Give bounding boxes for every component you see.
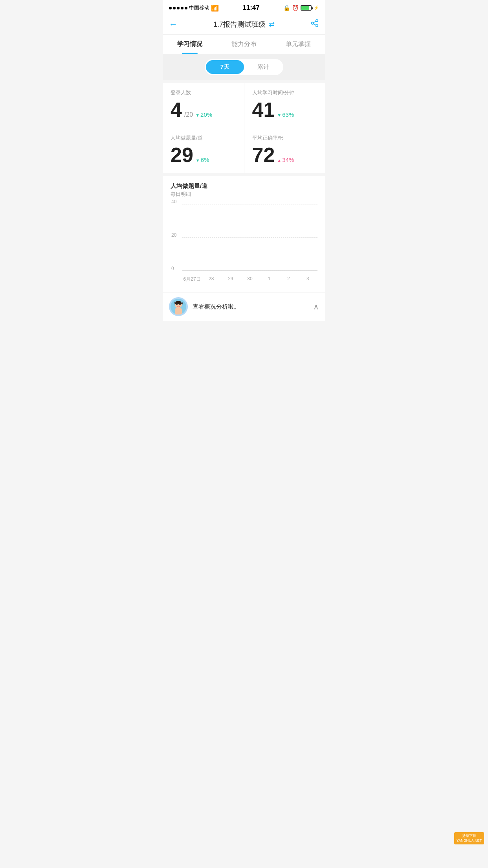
x-label: 6月27日 bbox=[182, 276, 202, 283]
share-button[interactable] bbox=[310, 19, 319, 29]
svg-point-10 bbox=[179, 303, 181, 305]
back-button[interactable]: ← bbox=[169, 19, 178, 29]
avatar bbox=[169, 297, 188, 316]
bars-area bbox=[182, 204, 317, 271]
status-bar: 中国移动 📶 11:47 🔒 ⏰ ⚡ bbox=[163, 0, 325, 14]
x-label: 30 bbox=[240, 276, 259, 283]
chat-message: 查看概况分析啦。 bbox=[193, 303, 308, 311]
bar-chart: 40 20 0 6月27日282930123 bbox=[171, 204, 317, 283]
stats-login-count: 登录人数 4 /20 20% bbox=[163, 83, 244, 128]
svg-line-4 bbox=[314, 21, 316, 23]
x-label: 2 bbox=[279, 276, 298, 283]
time-change: 63% bbox=[277, 111, 294, 118]
chart-section: 人均做题量/道 每日明细 40 20 0 6月27日282930123 bbox=[163, 176, 325, 292]
status-right: 🔒 ⏰ ⚡ bbox=[283, 5, 319, 11]
tab-ability[interactable]: 能力分布 bbox=[217, 35, 271, 54]
shuffle-icon[interactable]: ⇄ bbox=[269, 20, 275, 29]
stats-avg-questions: 人均做题量/道 29 6% bbox=[163, 128, 244, 173]
x-label: 3 bbox=[298, 276, 317, 283]
up-arrow-icon bbox=[277, 156, 281, 163]
alarm-icon: ⏰ bbox=[292, 5, 299, 11]
svg-rect-7 bbox=[175, 308, 182, 314]
down-arrow-icon bbox=[277, 111, 281, 118]
y-label-20: 20 bbox=[171, 232, 176, 238]
x-label: 28 bbox=[202, 276, 221, 283]
x-label: 29 bbox=[221, 276, 240, 283]
toggle-7days[interactable]: 7天 bbox=[206, 60, 244, 74]
y-label-0: 0 bbox=[171, 266, 174, 271]
header-title: 1.7报告测试班级 ⇄ bbox=[213, 20, 275, 29]
stats-row-1: 登录人数 4 /20 20% 人均学习时间/分钟 41 63% bbox=[163, 83, 325, 128]
status-left: 中国移动 📶 bbox=[169, 4, 219, 12]
time-toggle: 7天 累计 bbox=[205, 59, 283, 75]
down-arrow-icon bbox=[195, 111, 200, 118]
carrier-label: 中国移动 bbox=[189, 4, 209, 11]
tab-bar: 学习情况 能力分布 单元掌握 bbox=[163, 35, 325, 54]
x-label: 1 bbox=[260, 276, 279, 283]
lock-icon: 🔒 bbox=[283, 5, 290, 11]
tab-learning[interactable]: 学习情况 bbox=[163, 35, 217, 54]
questions-change: 6% bbox=[196, 156, 209, 163]
down-arrow-icon bbox=[196, 156, 200, 163]
wifi-icon: 📶 bbox=[211, 4, 219, 12]
collapse-button[interactable]: ∧ bbox=[313, 302, 319, 311]
stats-row-2: 人均做题量/道 29 6% 平均正确率/% 72 34% bbox=[163, 128, 325, 173]
battery-icon bbox=[301, 5, 312, 11]
login-change: 20% bbox=[195, 111, 212, 118]
header: ← 1.7报告测试班级 ⇄ bbox=[163, 14, 325, 35]
stats-grid: 登录人数 4 /20 20% 人均学习时间/分钟 41 63% bbox=[163, 83, 325, 173]
stats-avg-time: 人均学习时间/分钟 41 63% bbox=[244, 83, 326, 128]
svg-point-2 bbox=[316, 25, 318, 27]
x-labels: 6月27日282930123 bbox=[182, 276, 317, 283]
accuracy-change: 34% bbox=[277, 156, 294, 163]
toggle-section: 7天 累计 bbox=[163, 54, 325, 80]
svg-point-1 bbox=[312, 22, 314, 24]
toggle-cumulative[interactable]: 累计 bbox=[244, 60, 282, 74]
lightning-icon: ⚡ bbox=[314, 6, 319, 11]
svg-point-9 bbox=[176, 303, 178, 305]
tab-unit[interactable]: 单元掌握 bbox=[271, 35, 325, 54]
svg-point-0 bbox=[316, 20, 318, 22]
svg-line-3 bbox=[314, 24, 316, 25]
status-time: 11:47 bbox=[242, 4, 259, 12]
stats-avg-accuracy: 平均正确率/% 72 34% bbox=[244, 128, 326, 173]
signal-icon bbox=[169, 7, 187, 9]
y-label-40: 40 bbox=[171, 199, 176, 204]
bottom-bar: 查看概况分析啦。 ∧ bbox=[163, 292, 325, 321]
